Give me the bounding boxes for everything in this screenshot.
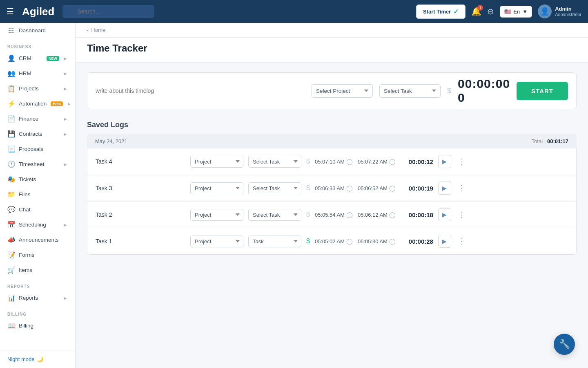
sidebar-item-projects[interactable]: 📋 Projects ► bbox=[0, 81, 75, 96]
log-total: Total 00:01:17 bbox=[532, 138, 568, 144]
sidebar-label-timesheet: Timesheet bbox=[19, 161, 59, 167]
hamburger-icon[interactable]: ☰ bbox=[7, 7, 14, 16]
sidebar-item-files[interactable]: 📁 Files bbox=[0, 187, 75, 202]
dollar-icon-row1: $ bbox=[306, 158, 310, 165]
sidebar-item-proposals[interactable]: 📃 Proposals bbox=[0, 141, 75, 157]
sidebar-item-tickets[interactable]: 🎭 Tickets bbox=[0, 172, 75, 187]
timer-description-input[interactable] bbox=[96, 84, 305, 97]
files-icon: 📁 bbox=[7, 191, 15, 198]
start-time-row4: 05:05:02 AM ◯ bbox=[315, 238, 353, 245]
sidebar-item-timesheet[interactable]: 🕐 Timesheet ► bbox=[0, 157, 75, 172]
sidebar-item-items[interactable]: 🛒 Items bbox=[0, 263, 75, 278]
clock-icon-end4: ◯ bbox=[389, 238, 396, 245]
fab-icon: 🔧 bbox=[559, 339, 570, 350]
sidebar-section-business: BUSINESS bbox=[0, 38, 75, 51]
notifications-icon[interactable]: 🔔 1 bbox=[471, 7, 481, 16]
sidebar-label-hrm: HRM bbox=[19, 70, 59, 76]
app-logo: Agiled bbox=[22, 5, 54, 18]
language-button[interactable]: 🇺🇸 En ▼ bbox=[500, 6, 532, 18]
dashboard-icon: ☷ bbox=[7, 27, 15, 34]
sidebar-item-automation[interactable]: ⚡ Automation Beta ► bbox=[0, 96, 75, 111]
sidebar-item-reports[interactable]: 📊 Reports ► bbox=[0, 290, 75, 305]
play-button-row3[interactable]: ▶ bbox=[438, 208, 451, 221]
content-area: Select Project Select Task $ 00:00:000 S… bbox=[76, 63, 588, 265]
start-button[interactable]: START bbox=[517, 82, 568, 100]
breadcrumb-arrow-icon: ‹ bbox=[87, 27, 89, 33]
task-select-row4[interactable]: Task bbox=[248, 236, 301, 247]
sidebar-bottom: Night mode 🌙 bbox=[0, 350, 75, 368]
sidebar-item-scheduling[interactable]: 📅 Scheduling ► bbox=[0, 217, 75, 232]
clock-icon-start2: ◯ bbox=[346, 185, 353, 191]
more-button-row3[interactable]: ⋮ bbox=[456, 210, 468, 219]
clock-icon-end3: ◯ bbox=[389, 211, 396, 218]
user-role: Administrator bbox=[555, 12, 581, 17]
lang-label: En bbox=[513, 9, 520, 15]
sidebar-item-hrm[interactable]: 👥 HRM ► bbox=[0, 66, 75, 81]
select-task-dropdown[interactable]: Select Task bbox=[379, 84, 441, 98]
sidebar-item-finance[interactable]: 📄 Finance ► bbox=[0, 111, 75, 126]
task-name: Task 3 bbox=[96, 185, 185, 191]
project-select-row4[interactable]: Project bbox=[190, 236, 243, 247]
topnav-right: Start Timer ✓ 🔔 1 ⊝ 🇺🇸 En ▼ 👤 Admin Admi… bbox=[416, 4, 581, 19]
task-select-row3[interactable]: Select Task bbox=[248, 209, 301, 221]
sidebar-label-proposals: Proposals bbox=[19, 146, 68, 152]
proposals-icon: 📃 bbox=[7, 145, 15, 153]
more-button-row2[interactable]: ⋮ bbox=[456, 184, 468, 193]
play-button-row4[interactable]: ▶ bbox=[438, 235, 451, 248]
project-select-row1[interactable]: Project bbox=[190, 156, 243, 168]
notification-badge: 1 bbox=[477, 5, 483, 11]
sidebar-item-billing[interactable]: 📖 Billing bbox=[0, 318, 75, 333]
table-row: Task 1 Project Task $ 05:05:02 AM ◯ bbox=[87, 228, 576, 254]
layout: ☷ Dashboard BUSINESS 👤 CRM New ► 👥 HRM ►… bbox=[0, 23, 588, 368]
crm-new-badge: New bbox=[47, 56, 59, 61]
sidebar-item-forms[interactable]: 📝 Forms bbox=[0, 247, 75, 263]
sidebar-item-contracts[interactable]: 💾 Contracts ► bbox=[0, 126, 75, 141]
start-time-row2: 05:06:33 AM ◯ bbox=[315, 185, 353, 191]
user-name: Admin bbox=[555, 6, 581, 12]
task-select-row1[interactable]: Select Task bbox=[248, 156, 301, 168]
tickets-icon: 🎭 bbox=[7, 175, 15, 183]
project-select-row2[interactable]: Project bbox=[190, 182, 243, 194]
sidebar-label-crm: CRM bbox=[19, 55, 42, 61]
end-time-row3: 05:06:12 AM ◯ bbox=[358, 211, 396, 218]
project-select-row3[interactable]: Project bbox=[190, 209, 243, 221]
scheduling-arrow-icon: ► bbox=[63, 222, 68, 227]
projects-icon: 📋 bbox=[7, 85, 15, 92]
sidebar-item-dashboard[interactable]: ☷ Dashboard bbox=[0, 23, 75, 38]
grid-icon[interactable]: ⊝ bbox=[487, 7, 494, 16]
saved-logs-section: Saved Logs May 24, 2021 Total 00:01:17 T… bbox=[87, 121, 577, 255]
scheduling-icon: 📅 bbox=[7, 221, 15, 229]
saved-logs-title: Saved Logs bbox=[87, 121, 577, 129]
log-date-header: May 24, 2021 Total 00:01:17 bbox=[87, 134, 577, 148]
more-button-row4[interactable]: ⋮ bbox=[456, 237, 468, 246]
clock-icon-start1: ◯ bbox=[346, 158, 353, 165]
select-project-dropdown[interactable]: Select Project bbox=[312, 84, 373, 98]
sidebar-item-crm[interactable]: 👤 CRM New ► bbox=[0, 51, 75, 66]
finance-arrow-icon: ► bbox=[63, 117, 68, 121]
start-timer-button[interactable]: Start Timer ✓ bbox=[416, 4, 466, 19]
night-mode-toggle[interactable]: Night mode 🌙 bbox=[7, 356, 68, 362]
play-button-row2[interactable]: ▶ bbox=[438, 182, 451, 195]
sidebar-item-announcements[interactable]: 📣 Announcements bbox=[0, 232, 75, 247]
play-button-row1[interactable]: ▶ bbox=[438, 155, 451, 168]
search-input[interactable] bbox=[62, 5, 154, 18]
task-name: Task 4 bbox=[96, 158, 185, 165]
more-button-row1[interactable]: ⋮ bbox=[456, 157, 468, 166]
log-date: May 24, 2021 bbox=[95, 138, 127, 144]
fab-button[interactable]: 🔧 bbox=[554, 334, 575, 355]
sidebar-label-dashboard: Dashboard bbox=[19, 27, 68, 34]
moon-icon: 🌙 bbox=[37, 356, 43, 362]
timesheet-icon: 🕐 bbox=[7, 160, 15, 168]
task-select-row2[interactable]: Select Task bbox=[248, 182, 301, 194]
user-info[interactable]: 👤 Admin Administrator bbox=[538, 4, 581, 18]
reports-icon: 📊 bbox=[7, 294, 15, 302]
dollar-icon: $ bbox=[447, 87, 451, 95]
hrm-arrow-icon: ► bbox=[63, 71, 68, 76]
start-time-row3: 05:05:54 AM ◯ bbox=[315, 211, 353, 218]
sidebar-item-chat[interactable]: 💬 Chat bbox=[0, 202, 75, 217]
sidebar-label-forms: Forms bbox=[19, 252, 68, 258]
avatar: 👤 bbox=[538, 4, 552, 18]
sidebar-label-finance: Finance bbox=[19, 116, 59, 122]
breadcrumb-home-link[interactable]: Home bbox=[91, 27, 105, 33]
crm-arrow-icon: ► bbox=[63, 56, 68, 61]
